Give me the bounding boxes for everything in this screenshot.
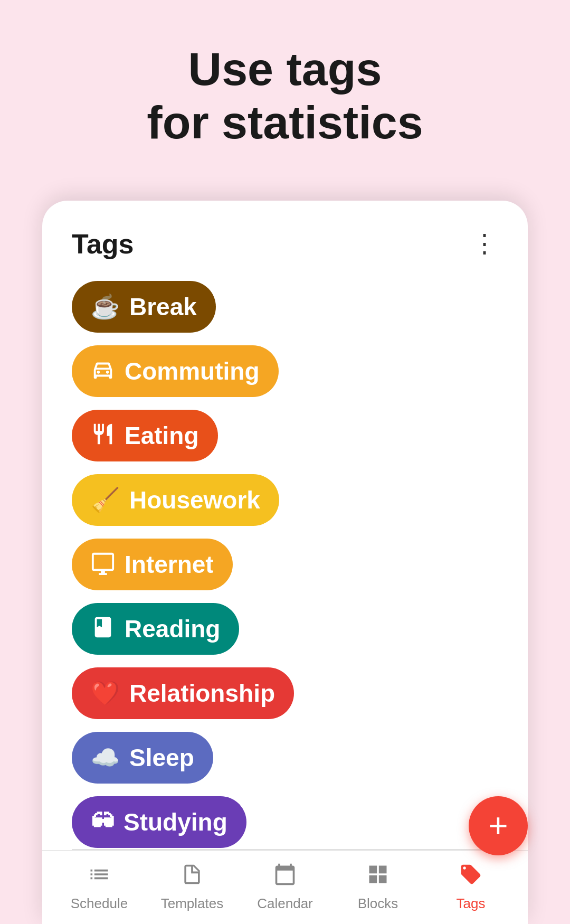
nav-tags-label: Tags — [457, 895, 486, 912]
tag-eating-label: Eating — [125, 421, 199, 450]
nav-calendar[interactable]: Calendar — [248, 863, 322, 912]
internet-icon — [91, 551, 115, 579]
commuting-icon — [91, 357, 115, 385]
tag-studying[interactable]: 🕶 Studying — [72, 796, 246, 848]
blocks-icon — [366, 863, 390, 891]
tag-sleep-label: Sleep — [129, 743, 194, 772]
nav-blocks[interactable]: Blocks — [341, 863, 415, 912]
studying-icon: 🕶 — [91, 810, 114, 834]
tag-eating[interactable]: Eating — [72, 410, 218, 461]
schedule-icon — [88, 863, 111, 891]
sleep-icon: ☁️ — [91, 746, 120, 769]
nav-schedule-label: Schedule — [71, 895, 128, 912]
nav-templates[interactable]: Templates — [155, 863, 229, 912]
tags-icon — [459, 863, 482, 891]
tag-relationship[interactable]: ❤️ Relationship — [72, 667, 294, 719]
tag-reading[interactable]: Reading — [72, 603, 239, 655]
more-menu-button[interactable]: ⋮ — [472, 231, 498, 257]
tag-break[interactable]: ☕ Break — [72, 281, 216, 333]
phone-card: Tags ⋮ ☕ Break Commuting Eating — [42, 201, 528, 924]
housework-icon: 🧹 — [91, 488, 120, 512]
calendar-icon — [273, 863, 297, 891]
nav-blocks-label: Blocks — [358, 895, 398, 912]
tag-housework-label: Housework — [129, 486, 260, 514]
tag-break-label: Break — [129, 293, 197, 321]
tag-internet[interactable]: Internet — [72, 539, 233, 590]
reading-icon — [91, 615, 115, 643]
tag-relationship-label: Relationship — [129, 679, 275, 708]
hero-title: Use tags for statistics — [0, 0, 570, 149]
tags-list: ☕ Break Commuting Eating 🧹 Housework — [42, 272, 528, 849]
tag-sleep[interactable]: ☁️ Sleep — [72, 732, 213, 784]
page-title: Tags — [72, 228, 134, 260]
add-tag-button[interactable]: + — [469, 796, 528, 855]
tag-studying-label: Studying — [124, 808, 227, 836]
tag-commuting[interactable]: Commuting — [72, 345, 279, 397]
tag-reading-label: Reading — [125, 615, 220, 643]
nav-tags[interactable]: Tags — [434, 863, 508, 912]
bottom-nav: Schedule Templates Calendar — [42, 850, 528, 924]
tag-housework[interactable]: 🧹 Housework — [72, 474, 279, 526]
tag-commuting-label: Commuting — [125, 357, 260, 385]
tag-internet-label: Internet — [125, 550, 214, 579]
nav-calendar-label: Calendar — [257, 895, 313, 912]
relationship-icon: ❤️ — [91, 682, 120, 705]
card-header: Tags ⋮ — [42, 201, 528, 272]
nav-schedule[interactable]: Schedule — [62, 863, 136, 912]
templates-icon — [180, 863, 204, 891]
break-icon: ☕ — [91, 295, 120, 318]
eating-icon — [91, 422, 115, 450]
nav-templates-label: Templates — [161, 895, 224, 912]
